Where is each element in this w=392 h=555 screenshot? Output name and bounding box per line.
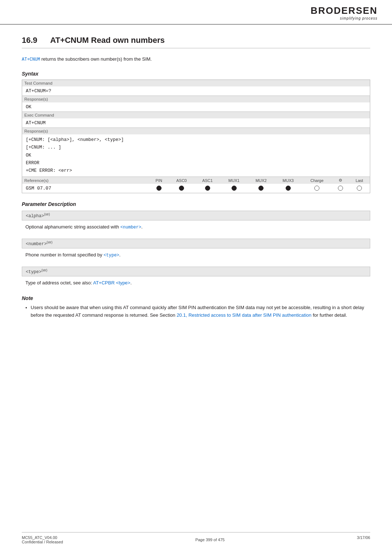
exec-command-row: AT+CNUM: [22, 118, 370, 128]
test-command-row: AT+CNUM=?: [22, 86, 370, 96]
exec-resp-line-1: [+CNUM: [<alpha>], <number>, <type>]: [26, 136, 366, 144]
param-number-block: <number>(str) Phone number in format spe…: [22, 239, 370, 262]
pin-circle-icon: [156, 186, 162, 191]
section-heading: AT+CNUM Read own numbers: [50, 36, 165, 45]
param-type-suffix: .: [130, 280, 132, 285]
circle-asc0: [168, 184, 194, 193]
exec-resp-line-2: [+CNUM: ... ]: [26, 144, 366, 151]
col-last-header: Last: [349, 177, 370, 184]
param-number-name: <number>(str): [22, 239, 370, 248]
param-type-desc-text: Type of address octet, see also:: [25, 280, 92, 285]
logo-text: BRODERSEN: [311, 5, 377, 16]
asc0-circle-icon: [179, 186, 184, 191]
param-number-desc: Phone number in format specified by <typ…: [22, 248, 370, 262]
reference-data-row: GSM 07.07: [22, 184, 370, 193]
circle-pin: [149, 184, 168, 193]
exec-command-header-row: Exec Command: [22, 112, 370, 119]
test-command-label: Test Command: [22, 80, 370, 87]
param-alpha-block: <alpha>(str) Optional alphanumeric strin…: [22, 211, 370, 234]
exec-response-header-row: Response(s): [22, 128, 370, 135]
page-footer: MC55_ATC_V04.00 Confidential / Released …: [22, 532, 370, 544]
circle-gear: [332, 184, 349, 193]
test-response-value: OK: [22, 102, 370, 112]
footer-left: MC55_ATC_V04.00 Confidential / Released: [22, 535, 63, 544]
circle-asc1: [195, 184, 220, 193]
references-header-row: Reference(s) PIN ASC0 ASC1 MUX1 MUX2 MUX…: [22, 177, 370, 184]
section-number: 16.9: [22, 36, 37, 45]
footer-date: 3/17/06: [357, 535, 370, 544]
col-mux2-header: MUX2: [248, 177, 275, 184]
note-item: Users should be aware that when using th…: [22, 304, 370, 319]
exec-response-label: Response(s): [22, 128, 370, 135]
col-gear-header: ⚙: [332, 177, 349, 184]
last-circle-icon: [357, 186, 362, 191]
param-alpha-link: <number>: [121, 225, 142, 230]
param-number-link: <type>: [103, 253, 119, 258]
footer-doc-id: MC55_ATC_V04.00: [22, 535, 63, 540]
param-alpha-desc: Optional alphanumeric string associated …: [22, 220, 370, 234]
page: BRODERSEN simplifying process 16.9 AT+CN…: [0, 0, 392, 555]
exec-resp-line-3: OK: [26, 152, 366, 159]
col-mux3-header: MUX3: [275, 177, 302, 184]
mux3-circle-icon: [286, 186, 291, 191]
circle-mux1: [220, 184, 248, 193]
param-alpha-suffix: .: [141, 224, 143, 230]
circle-charge: [302, 184, 332, 193]
param-alpha-desc-text: Optional alphanumeric string associated …: [25, 224, 119, 230]
exec-response-values: [+CNUM: [<alpha>], <number>, <type>] [+C…: [22, 134, 370, 177]
reference-label: Reference(s): [22, 177, 150, 184]
circle-mux3: [275, 184, 302, 193]
reference-gsm: GSM 07.07: [22, 184, 150, 193]
col-asc1-header: ASC1: [195, 177, 220, 184]
mux2-circle-icon: [258, 186, 264, 191]
page-header: BRODERSEN simplifying process: [0, 0, 392, 25]
exec-resp-line-5: +CME ERROR: <err>: [26, 167, 366, 175]
logo-area: BRODERSEN simplifying process: [311, 5, 377, 20]
test-response-header-row: Response(s): [22, 96, 370, 103]
test-response-row: OK: [22, 102, 370, 112]
note-text-suffix: for further detail.: [313, 312, 347, 318]
note-list: Users should be aware that when using th…: [22, 304, 370, 319]
charge-circle-icon: [314, 186, 319, 191]
param-type-desc: Type of address octet, see also: AT+CPBR…: [22, 276, 370, 289]
param-alpha-superscript: (str): [44, 212, 50, 216]
section-title: 16.9 AT+CNUM Read own numbers: [22, 36, 370, 48]
exec-command-value: AT+CNUM: [22, 118, 370, 128]
at-cnum-link[interactable]: AT+CNUM: [22, 57, 40, 62]
note-link[interactable]: 20.1, Restricted access to SIM data afte…: [177, 312, 311, 318]
col-pin-header: PIN: [149, 177, 168, 184]
param-alpha-name: <alpha>(str): [22, 211, 370, 220]
syntax-label: Syntax: [22, 71, 370, 77]
note-label: Note: [22, 295, 370, 301]
note-text-container: Users should be aware that when using th…: [31, 304, 370, 319]
mux1-circle-icon: [232, 186, 237, 191]
asc1-circle-icon: [205, 186, 210, 191]
command-table: Test Command AT+CNUM=? Response(s) OK Ex…: [22, 80, 370, 193]
param-type-link[interactable]: AT+CPBR <type>: [93, 280, 130, 285]
col-asc0-header: ASC0: [168, 177, 194, 184]
param-type-name: <type>(str): [22, 267, 370, 276]
col-mux1-header: MUX1: [220, 177, 248, 184]
gear-circle-icon: [338, 186, 343, 191]
circle-last: [349, 184, 370, 193]
test-response-label: Response(s): [22, 96, 370, 103]
circle-mux2: [248, 184, 275, 193]
footer-confidential: Confidential / Released: [22, 540, 63, 544]
main-content: 16.9 AT+CNUM Read own numbers AT+CNUM re…: [0, 25, 392, 336]
col-charge-header: Charge: [302, 177, 332, 184]
param-desc-label: Parameter Description: [22, 201, 370, 207]
logo-subtext: simplifying process: [340, 16, 377, 20]
param-number-suffix: .: [119, 252, 121, 258]
intro-description: returns the subscribers own number(s) fr…: [40, 56, 152, 62]
exec-command-label: Exec Command: [22, 112, 370, 119]
exec-resp-line-4: ERROR: [26, 159, 366, 167]
param-type-block: <type>(str) Type of address octet, see a…: [22, 267, 370, 289]
param-number-desc-text: Phone number in format specified by: [25, 252, 102, 258]
param-type-superscript: (str): [41, 268, 47, 272]
test-command-value: AT+CNUM=?: [22, 86, 370, 96]
exec-response-row: [+CNUM: [<alpha>], <number>, <type>] [+C…: [22, 134, 370, 177]
param-number-superscript: (str): [47, 240, 53, 244]
test-command-header-row: Test Command: [22, 80, 370, 87]
intro-paragraph: AT+CNUM returns the subscribers own numb…: [22, 56, 370, 63]
footer-page-number: Page 399 of 475: [195, 538, 225, 542]
